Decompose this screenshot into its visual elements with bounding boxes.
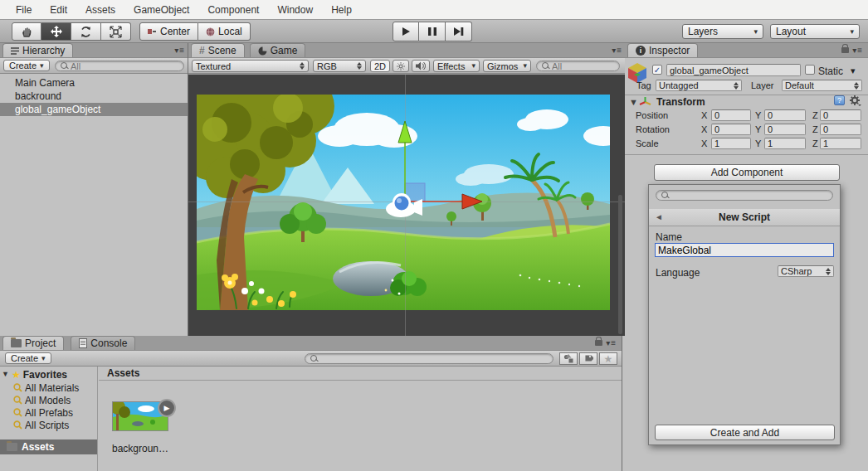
hierarchy-search-input[interactable]: [71, 61, 178, 71]
space-local-button[interactable]: Local: [198, 22, 251, 41]
create-and-add-button[interactable]: Create and Add: [655, 425, 835, 440]
label-tag-icon: [583, 354, 593, 364]
static-label: Static: [818, 66, 843, 77]
menu-help[interactable]: Help: [322, 4, 361, 16]
star-icon: ★: [12, 369, 21, 381]
menu-assets[interactable]: Assets: [76, 4, 124, 16]
tree-all-prefabs[interactable]: All Prefabs: [0, 406, 97, 419]
scene-audio-button[interactable]: [412, 60, 430, 72]
hierarchy-item-main-camera[interactable]: Main Camera: [0, 76, 188, 90]
static-checkbox[interactable]: [805, 65, 815, 75]
position-y-field[interactable]: 0: [764, 109, 806, 121]
gizmo-x-axis-arrow[interactable]: [462, 194, 482, 209]
tree-favorites[interactable]: ▼ ★ Favorites: [0, 368, 97, 381]
tab-console[interactable]: Console: [71, 336, 135, 350]
project-search[interactable]: [305, 353, 553, 364]
scale-tool-button[interactable]: [101, 22, 131, 41]
render-channels-dropdown[interactable]: RGB: [313, 60, 366, 72]
pivot-center-button[interactable]: Center: [139, 22, 198, 41]
hierarchy-item-global-gameobject[interactable]: global_gameObject: [0, 103, 188, 116]
tree-all-materials[interactable]: All Materials: [0, 381, 97, 394]
step-button[interactable]: [446, 22, 472, 41]
gizmos-dropdown[interactable]: Gizmos ▾: [483, 60, 531, 72]
asset-thumbnail-background[interactable]: ▶: [112, 401, 168, 431]
menu-edit[interactable]: Edit: [41, 4, 76, 16]
tab-project[interactable]: Project: [2, 336, 64, 350]
position-x-field[interactable]: 0: [711, 109, 751, 121]
layer-dropdown[interactable]: Default: [782, 80, 862, 91]
scene-lighting-button[interactable]: [393, 60, 409, 72]
hierarchy-item-backround[interactable]: backround: [0, 90, 188, 103]
asset-label[interactable]: backgroun…: [105, 443, 175, 454]
console-icon: [79, 338, 87, 348]
scale-x-field[interactable]: 1: [711, 138, 751, 149]
hand-tool-button[interactable]: [12, 22, 41, 41]
rotation-x-field[interactable]: 0: [711, 124, 751, 135]
favorite-search-button[interactable]: ★: [599, 352, 617, 365]
play-button[interactable]: [393, 22, 419, 41]
menu-file[interactable]: File: [7, 4, 41, 16]
hierarchy-search[interactable]: [55, 61, 184, 71]
gameobject-active-checkbox[interactable]: ✓: [652, 65, 662, 75]
scene-viewport[interactable]: [188, 75, 625, 336]
gizmo-y-axis-arrow[interactable]: [398, 121, 412, 143]
component-search[interactable]: [656, 190, 833, 201]
rotate-tool-button[interactable]: [71, 22, 101, 41]
panel-menu-icon[interactable]: ▾≡: [595, 338, 617, 347]
tab-hierarchy[interactable]: Hierarchy: [2, 43, 73, 57]
tab-scene[interactable]: # Scene: [191, 43, 245, 57]
scene-scrollbar[interactable]: [618, 195, 622, 334]
hierarchy-create-button[interactable]: Create ▾: [3, 60, 50, 71]
chevron-down-icon: ▾: [523, 62, 527, 70]
tab-game[interactable]: Game: [250, 43, 306, 57]
tab-inspector[interactable]: i Inspector: [627, 43, 698, 57]
language-dropdown[interactable]: CSharp: [778, 265, 834, 277]
move-tool-button[interactable]: [41, 22, 71, 41]
component-search-input[interactable]: [671, 191, 827, 201]
toggle-2d-button[interactable]: 2D: [370, 60, 390, 72]
tag-dropdown[interactable]: Untagged: [656, 80, 742, 91]
panel-menu-icon[interactable]: ▾≡: [174, 46, 185, 55]
tree-all-models[interactable]: All Models: [0, 394, 97, 406]
scale-z-field[interactable]: 1: [820, 138, 861, 149]
rotation-z-field[interactable]: 0: [820, 124, 861, 135]
panel-menu-icon[interactable]: ▾≡: [612, 46, 622, 55]
tree-all-scripts[interactable]: All Scripts: [0, 419, 97, 431]
foldout-icon[interactable]: ▼: [2, 371, 9, 378]
help-icon[interactable]: ?: [834, 95, 845, 105]
panel-menu-icon[interactable]: ▾≡: [841, 46, 863, 55]
move-gizmo[interactable]: [197, 95, 610, 310]
back-arrow-icon[interactable]: ◄: [655, 212, 663, 221]
script-name-input[interactable]: [655, 243, 834, 257]
layers-dropdown[interactable]: Layers ▾: [682, 24, 763, 39]
lock-icon[interactable]: [595, 340, 602, 346]
menu-component[interactable]: Component: [198, 4, 268, 16]
gameobject-name-field[interactable]: [666, 64, 801, 76]
search-by-label-button[interactable]: [579, 352, 597, 365]
position-z-field[interactable]: 0: [820, 109, 861, 121]
static-dropdown-icon[interactable]: ▾: [851, 66, 856, 75]
divider: [625, 95, 868, 95]
gear-icon[interactable]: [850, 95, 861, 106]
pause-button[interactable]: [419, 22, 446, 41]
scale-y-field[interactable]: 1: [764, 138, 806, 149]
search-by-type-button[interactable]: [559, 352, 578, 365]
layout-dropdown[interactable]: Layout ▾: [770, 24, 860, 39]
scene-search[interactable]: [536, 61, 620, 71]
search-filter-icon: [13, 408, 22, 417]
project-search-input[interactable]: [320, 354, 548, 364]
menu-gameobject[interactable]: GameObject: [124, 4, 198, 16]
project-create-button[interactable]: Create ▾: [5, 352, 51, 364]
shading-mode-dropdown[interactable]: Textured: [192, 60, 309, 72]
rotation-y-field[interactable]: 0: [764, 124, 806, 135]
add-component-button[interactable]: Add Component: [654, 164, 840, 181]
playback-buttons: [393, 22, 472, 41]
tree-assets-folder[interactable]: Assets: [0, 439, 97, 454]
transform-foldout-icon[interactable]: ▼: [629, 98, 638, 107]
effects-dropdown[interactable]: Effects ▾: [433, 60, 480, 72]
scene-search-input[interactable]: [552, 61, 614, 71]
star-icon: ★: [604, 353, 613, 365]
menu-window[interactable]: Window: [268, 4, 322, 16]
asset-play-badge-icon[interactable]: ▶: [158, 399, 176, 417]
lock-icon[interactable]: [841, 47, 849, 53]
